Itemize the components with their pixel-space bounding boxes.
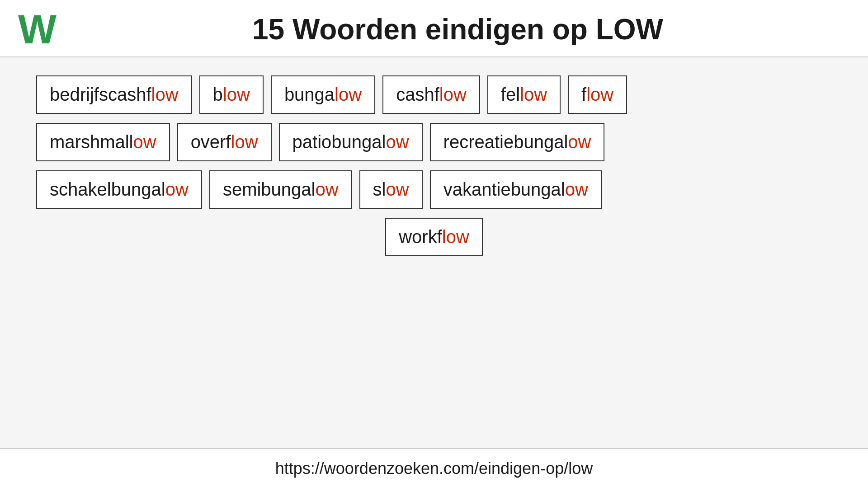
word-prefix: recreatiebungal xyxy=(443,132,568,152)
word-prefix: workf xyxy=(399,227,442,247)
word-prefix: marshmall xyxy=(50,132,133,152)
word-prefix: bunga xyxy=(284,84,335,105)
word-suffix: low xyxy=(442,227,469,247)
word-prefix: bedrijfscashf xyxy=(50,84,151,105)
word-prefix: b xyxy=(213,84,223,105)
word-suffix: low xyxy=(520,84,547,105)
word-patiobungalow: patiobungalow xyxy=(279,123,423,161)
word-prefix: vakantiebungal xyxy=(443,179,565,200)
word-prefix: semibungal xyxy=(223,179,316,200)
word-workflow: workflow xyxy=(385,218,483,256)
word-row-2: marshmallow overflow patiobungalow recre… xyxy=(36,123,832,161)
word-suffix: ow xyxy=(133,132,156,152)
word-overflow: overflow xyxy=(177,123,272,161)
word-flow: flow xyxy=(568,75,627,114)
word-recreatiebungalow: recreatiebungalow xyxy=(430,123,605,161)
word-suffix: low xyxy=(439,84,467,105)
word-suffix: ow xyxy=(565,179,588,200)
word-blow: blow xyxy=(199,75,264,114)
word-suffix: low xyxy=(223,84,250,105)
word-suffix: low xyxy=(231,132,258,152)
word-suffix: low xyxy=(586,84,613,105)
word-prefix: patiobungal xyxy=(292,132,386,152)
logo: W xyxy=(18,9,57,50)
page-title: 15 Woorden eindigen op LOW xyxy=(75,13,841,46)
word-prefix: f xyxy=(581,84,586,105)
word-bungalow: bungalow xyxy=(271,75,375,114)
footer-url: https://woordenzoeken.com/eindigen-op/lo… xyxy=(275,459,593,478)
word-prefix: sl xyxy=(373,179,386,200)
word-suffix: ow xyxy=(568,132,591,152)
word-row-1: bedrijfscashflow blow bungalow cashflow … xyxy=(36,75,832,114)
word-schakelbungalow: schakelbungalow xyxy=(36,170,202,209)
word-row-4: workflow xyxy=(36,218,832,256)
word-row-3: schakelbungalow semibungalow slow vakant… xyxy=(36,170,832,209)
word-prefix: cashf xyxy=(396,84,439,105)
main-content: bedrijfscashflow blow bungalow cashflow … xyxy=(0,57,868,448)
word-vakantiebungalow: vakantiebungalow xyxy=(430,170,602,209)
word-prefix: schakelbungal xyxy=(50,179,165,200)
word-bedrijfscashflow: bedrijfscashflow xyxy=(36,75,192,114)
word-suffix: ow xyxy=(165,179,189,200)
word-suffix: low xyxy=(151,84,179,105)
word-marshmallow: marshmallow xyxy=(36,123,170,161)
word-cashflow: cashflow xyxy=(382,75,480,114)
word-suffix: ow xyxy=(315,179,338,200)
header: W 15 Woorden eindigen op LOW xyxy=(0,0,868,57)
word-suffix: ow xyxy=(386,132,409,152)
word-semibungalow: semibungalow xyxy=(209,170,352,209)
word-fellow: fellow xyxy=(487,75,561,114)
word-suffix: ow xyxy=(386,179,409,200)
word-suffix: low xyxy=(335,84,362,105)
word-prefix: fel xyxy=(501,84,520,105)
footer: https://woordenzoeken.com/eindigen-op/lo… xyxy=(0,448,868,488)
word-slow: slow xyxy=(359,170,423,209)
word-prefix: overf xyxy=(191,132,231,152)
